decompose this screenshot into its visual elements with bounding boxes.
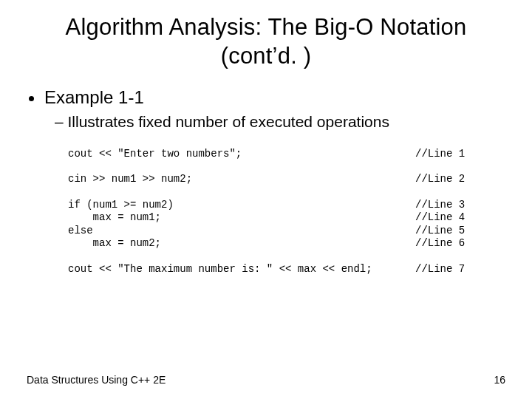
code-comment: //Line 4 bbox=[415, 211, 482, 225]
code-cell: if (num1 >= num2) bbox=[68, 199, 415, 212]
code-line: cout << "Enter two numbers"; //Line 1 bbox=[68, 148, 482, 161]
code-cell: max = num2; bbox=[68, 237, 415, 250]
code-cell: max = num1; bbox=[68, 211, 415, 225]
sub-bullet-1: Illustrates fixed number of executed ope… bbox=[65, 112, 505, 132]
sub-bullet-1-text: Illustrates fixed number of executed ope… bbox=[68, 113, 389, 130]
code-line: cout << "The maximum number is: " << max… bbox=[68, 263, 482, 276]
slide-title: Algorithm Analysis: The Big-O Notation (… bbox=[0, 0, 532, 71]
title-line-2: (cont’d. ) bbox=[221, 43, 312, 69]
code-comment: //Line 5 bbox=[415, 225, 482, 238]
code-blank bbox=[68, 250, 505, 263]
code-block: cout << "Enter two numbers"; //Line 1 ci… bbox=[68, 148, 505, 276]
bullet-list: Example 1-1 Illustrates fixed number of … bbox=[27, 86, 505, 132]
code-comment: //Line 6 bbox=[415, 237, 482, 250]
code-comment: //Line 7 bbox=[415, 263, 482, 276]
footer-text: Data Structures Using C++ 2E bbox=[27, 374, 166, 386]
title-line-1: Algorithm Analysis: The Big-O Notation bbox=[66, 14, 467, 40]
sub-bullet-list: Illustrates fixed number of executed ope… bbox=[44, 112, 505, 132]
code-cell: cin >> num1 >> num2; bbox=[68, 173, 415, 186]
code-blank bbox=[68, 186, 505, 199]
code-comment: //Line 1 bbox=[415, 148, 482, 161]
code-comment: //Line 3 bbox=[415, 199, 482, 212]
code-line: max = num1; //Line 4 bbox=[68, 211, 482, 225]
code-comment: //Line 2 bbox=[415, 173, 482, 186]
code-line: cin >> num1 >> num2; //Line 2 bbox=[68, 173, 482, 186]
slide: Algorithm Analysis: The Big-O Notation (… bbox=[0, 0, 532, 399]
bullet-1: Example 1-1 Illustrates fixed number of … bbox=[44, 86, 505, 132]
code-cell: cout << "The maximum number is: " << max… bbox=[68, 263, 415, 276]
code-cell: else bbox=[68, 225, 415, 238]
slide-footer: Data Structures Using C++ 2E 16 bbox=[27, 374, 505, 386]
slide-body: Example 1-1 Illustrates fixed number of … bbox=[0, 71, 532, 276]
bullet-1-text: Example 1-1 bbox=[44, 87, 144, 107]
code-line: if (num1 >= num2) //Line 3 bbox=[68, 199, 482, 212]
code-blank bbox=[68, 160, 505, 173]
code-line: else //Line 5 bbox=[68, 225, 482, 238]
code-line: max = num2; //Line 6 bbox=[68, 237, 482, 250]
code-cell: cout << "Enter two numbers"; bbox=[68, 148, 415, 161]
page-number: 16 bbox=[494, 374, 505, 386]
